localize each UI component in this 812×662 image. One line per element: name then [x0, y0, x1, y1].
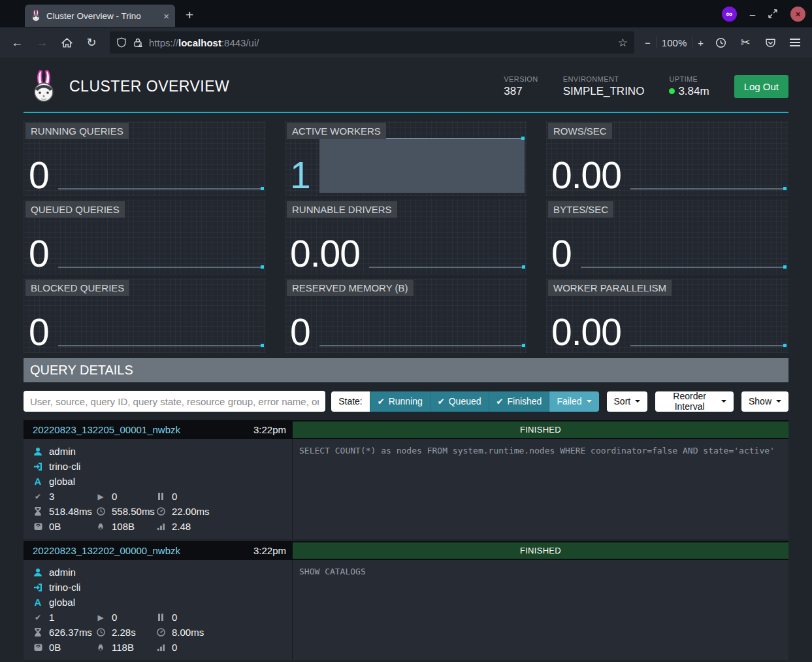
browser-titlebar: Cluster Overview - Trino × + ∞ – ×	[0, 0, 812, 27]
query-source: trino-cli	[49, 582, 80, 593]
query-resource-group: global	[49, 597, 75, 608]
query-search-input[interactable]	[24, 391, 325, 412]
parallelism: 0	[172, 642, 177, 653]
execution-time: 8.00ms	[172, 627, 204, 638]
screenshot-extension-icon[interactable]: ✂	[735, 32, 756, 53]
cumulative-memory-fire-icon	[95, 522, 106, 531]
metric-label: QUEUED QUERIES	[25, 201, 125, 218]
back-icon[interactable]: ←	[7, 32, 27, 53]
query-id-link[interactable]: 20220823_132205_00001_nwbzk	[33, 424, 180, 435]
query-details-toolbar: State: ✔Running ✔Queued ✔Finished Failed…	[24, 391, 788, 412]
filter-finished-button[interactable]: ✔Finished	[489, 391, 549, 412]
browser-tab[interactable]: Cluster Overview - Trino ×	[25, 5, 175, 27]
tracking-shield-icon[interactable]	[116, 37, 127, 48]
query-state-badge: FINISHED	[293, 422, 788, 438]
sparkline	[319, 344, 525, 346]
execution-time: 22.00ms	[172, 506, 210, 517]
zoom-in-icon[interactable]: +	[698, 37, 704, 48]
execution-time-gauge-icon	[155, 507, 166, 516]
window-close-button[interactable]: ×	[790, 7, 805, 22]
queued-splits: 0	[172, 491, 177, 502]
history-clock-icon[interactable]	[710, 32, 731, 53]
running-splits-play-icon: ▶	[95, 492, 106, 501]
new-tab-button[interactable]: +	[186, 7, 193, 23]
sparkline	[581, 266, 786, 268]
resource-group-icon: A	[33, 597, 43, 608]
address-bar[interactable]: https://localhost:8443/ui/ ☆	[110, 31, 634, 54]
filter-failed-dropdown[interactable]: Failed	[549, 391, 598, 412]
tab-close-icon[interactable]: ×	[163, 10, 169, 22]
sparkline-filled	[319, 138, 525, 193]
metric-label: RESERVED MEMORY (B)	[287, 280, 414, 296]
metric-label: RUNNING QUERIES	[25, 123, 129, 139]
resource-group-icon: A	[33, 476, 43, 487]
query-user: admin	[49, 567, 76, 578]
source-signin-icon	[33, 583, 43, 592]
running-splits-play-icon: ▶	[95, 613, 106, 622]
metric-value: 0	[29, 315, 49, 350]
metric-value: 0.00	[290, 237, 360, 271]
query-id-link[interactable]: 20220823_132202_00000_nwbzk	[33, 545, 180, 556]
url-text[interactable]: https://localhost:8443/ui/	[149, 37, 612, 48]
environment-value: SIMPLE_TRINO	[563, 85, 645, 98]
cumulative-memory: 108B	[112, 521, 135, 532]
cpu-time: 2.28s	[112, 627, 136, 638]
completed-splits-check-icon: ✔	[33, 613, 43, 622]
url-path: :8443/ui/	[221, 37, 259, 48]
zoom-level[interactable]: 100%	[662, 37, 687, 48]
metric-value: 0	[29, 237, 49, 271]
query-sql-text: SHOW CATALOGS	[299, 567, 782, 576]
show-dropdown[interactable]: Show	[741, 391, 788, 412]
uptime-status-dot	[669, 88, 675, 94]
lock-warning-icon[interactable]	[133, 37, 143, 48]
uptime-value: 3.84m	[678, 85, 709, 98]
user-icon	[33, 447, 43, 456]
forward-icon[interactable]: →	[31, 32, 52, 53]
container-badge-icon[interactable]: ∞	[722, 7, 737, 22]
caret-down-icon	[776, 400, 781, 403]
metric-value: 0	[29, 158, 49, 193]
query-user: admin	[49, 446, 76, 457]
metric-label: ROWS/SEC	[548, 123, 612, 139]
wall-time: 626.37ms	[49, 627, 92, 638]
parallelism-equalizer-icon	[155, 522, 166, 531]
sparkline	[58, 344, 263, 346]
filter-running-button[interactable]: ✔Running	[370, 391, 430, 412]
reload-icon[interactable]: ↻	[81, 32, 102, 53]
browser-navbar: ← → ↻ https://localhost:8443/ui/ ☆ − 100…	[0, 27, 812, 58]
menu-hamburger-icon[interactable]	[785, 32, 805, 53]
execution-time-gauge-icon	[155, 628, 166, 637]
sort-dropdown[interactable]: Sort	[607, 391, 648, 412]
current-memory: 0B	[49, 521, 61, 532]
zoom-out-icon[interactable]: −	[645, 37, 651, 48]
separator	[692, 37, 692, 48]
uptime-label: UPTIME	[669, 75, 709, 83]
home-icon[interactable]	[56, 32, 77, 53]
version-label: VERSION	[504, 75, 538, 83]
tab-title: Cluster Overview - Trino	[46, 11, 158, 21]
filter-queued-button[interactable]: ✔Queued	[430, 391, 489, 412]
bookmark-star-icon[interactable]: ☆	[618, 36, 628, 50]
trino-favicon	[31, 10, 41, 22]
pocket-icon[interactable]	[760, 32, 781, 53]
cpu-time-clock-icon	[95, 628, 106, 637]
metric-value: 0.00	[551, 158, 621, 193]
window-maximize-button[interactable]	[768, 9, 777, 18]
logout-button[interactable]: Log Out	[734, 75, 788, 98]
metric-card-runnable-drivers: RUNNABLE DRIVERS 0.00	[285, 199, 527, 274]
window-minimize-button[interactable]: –	[750, 8, 755, 20]
reorder-interval-dropdown[interactable]: Reorder Interval	[655, 391, 734, 412]
check-icon: ✔	[496, 397, 504, 406]
version-block: VERSION 387	[504, 75, 538, 98]
wall-time-hourglass-icon	[33, 628, 43, 637]
metric-label: WORKER PARALLELISM	[548, 280, 672, 296]
metric-card-worker-parallelism: WORKER PARALLELISM 0.00	[546, 278, 788, 353]
completed-splits-check-icon: ✔	[33, 492, 43, 501]
queued-splits: 0	[172, 612, 177, 623]
query-details-title: QUERY DETAILS	[24, 358, 788, 382]
metric-label: RUNNABLE DRIVERS	[287, 201, 397, 218]
uptime-block: UPTIME 3.84m	[669, 75, 709, 98]
queued-splits-pause-icon	[155, 614, 166, 621]
query-time: 3:22pm	[253, 424, 286, 435]
environment-label: ENVIRONMENT	[563, 75, 645, 83]
